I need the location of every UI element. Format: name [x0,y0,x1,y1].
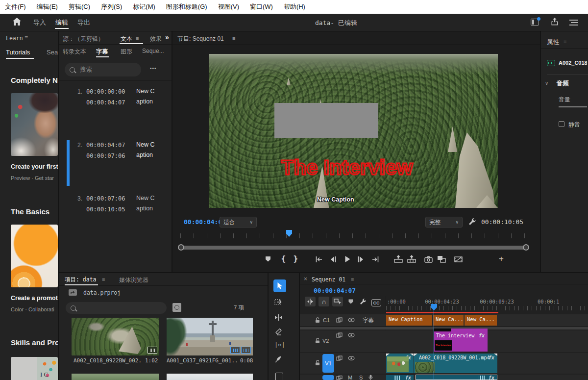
menu-file[interactable]: 文件(F) [5,2,26,11]
learn-card1-title[interactable]: Create your first [11,163,58,170]
step-forward-icon[interactable] [358,256,364,263]
project-menu-icon[interactable]: ≡ [102,277,105,282]
learn-card2-title[interactable]: Create a promot [11,295,58,302]
project-clip-thumbnail-2[interactable] [167,318,253,355]
learn-tab-tutorials[interactable]: Tutorials [6,49,30,56]
step-back-icon[interactable] [330,256,336,263]
project-clip-name-1[interactable]: A002_C018_0922BW_002... [74,357,142,364]
insert-overwrite-icon[interactable] [437,255,446,263]
menu-sequence[interactable]: 序列(S) [101,2,122,11]
track-select-forward-tool[interactable] [274,299,283,306]
monitor-time-ruler[interactable] [180,233,527,238]
menu-view[interactable]: 视图(V) [218,2,239,11]
lift-icon[interactable] [394,255,403,263]
timeline-current-timecode[interactable]: 00:00:04:07 [314,287,356,294]
learn-panel-menu-icon[interactable]: ≡ [24,34,28,41]
tab-edit[interactable]: 编辑 [55,18,68,27]
caption-clip-2[interactable]: New Ca... [433,315,464,326]
export-frame-camera-icon[interactable] [424,256,433,263]
track-button-a1[interactable] [322,375,334,380]
caption-text[interactable]: New Caption [136,140,158,160]
scrollbar-handle-right[interactable] [523,244,529,251]
learn-card1-image[interactable] [11,93,58,156]
menu-help[interactable]: 帮助(H) [284,2,305,11]
tab-import[interactable]: 导入 [33,18,46,27]
tab-project[interactable]: 项目: data [65,276,97,283]
monitor-scrollbar[interactable] [180,246,527,250]
close-icon[interactable]: × [304,276,307,282]
track-button-v1[interactable]: V1 [322,354,334,373]
add-marker-icon[interactable] [265,255,271,262]
mic-icon[interactable] [368,375,373,380]
add-button-editor-icon[interactable]: + [499,254,504,264]
extract-icon[interactable] [407,255,416,263]
nest-sequence-icon[interactable] [305,297,316,306]
overlay-title-text[interactable]: The Interview [276,156,418,179]
mark-in-icon[interactable]: { [281,254,286,263]
slip-tool[interactable]: |↔| [274,341,285,348]
overlay-caption-text[interactable]: New Caption [317,196,354,203]
timeline-playhead-line[interactable] [434,309,434,380]
selection-tool[interactable] [273,279,286,292]
video-clip-2[interactable]: A002_C018_0922BW_001.mp4 fx [414,354,497,373]
track-label-v2[interactable]: V2 [322,338,329,344]
timeline-settings-wrench-icon[interactable] [360,298,367,305]
caption-clip-3[interactable]: New Ca... [465,315,497,326]
track-visibility-eye-icon[interactable] [348,318,355,322]
track-visibility-eye-icon[interactable] [348,333,355,337]
program-video-frame[interactable]: The Interview New Caption [209,54,498,208]
tab-text[interactable]: 文本 [121,35,132,43]
timeline-marker-icon[interactable] [348,299,354,304]
lock-icon[interactable] [315,360,320,366]
monitor-menu-icon[interactable]: ≡ [232,35,235,41]
track-label-c1[interactable]: C1 [323,317,330,323]
subtab-transcript[interactable]: 转录文本 [63,48,86,56]
workspace-menu-icon[interactable] [569,20,578,25]
caption-search-input[interactable] [79,66,136,74]
export-share-icon[interactable] [551,18,559,26]
rectangle-tool[interactable] [275,373,283,380]
pen-tool[interactable] [275,355,282,363]
caption-text[interactable]: New Caption [136,86,158,107]
go-to-out-icon[interactable] [371,256,379,263]
tab-effects[interactable]: 效果 [150,35,162,43]
learn-card2-image[interactable] [11,225,58,287]
monitor-settings-wrench-icon[interactable] [468,218,476,226]
subtab-sequence[interactable]: Seque... [142,48,164,54]
scrollbar-handle-left[interactable] [178,244,184,251]
volume-slider[interactable] [559,106,587,107]
menu-clip[interactable]: 剪辑(C) [69,2,90,11]
razor-tool[interactable] [275,328,282,335]
caption-clip-1[interactable]: New Caption [386,315,432,326]
project-clip-name-2[interactable]: A001_C037_0921FG_001... [167,357,238,364]
subtab-graphics[interactable]: 图形 [121,48,132,56]
captions-cc-icon[interactable]: CC [371,299,381,306]
more-options-button[interactable]: ••• [150,66,157,71]
snap-magnet-icon[interactable]: ∩ [318,297,329,306]
track-mute-button[interactable]: M [348,375,352,380]
play-icon[interactable] [344,255,350,263]
timeline-tab-label[interactable]: Sequenz 01 [312,276,345,283]
playback-quality-select[interactable]: 完整 ∨ [425,217,463,228]
menu-markers[interactable]: 标记(M) [133,2,155,11]
caption-text[interactable]: New Caption [136,193,158,214]
home-icon[interactable] [13,18,21,25]
lock-icon[interactable] [315,338,320,344]
sync-lock-icon[interactable] [336,376,343,380]
track-visibility-eye-icon[interactable] [348,356,355,360]
sync-lock-icon[interactable] [336,317,343,323]
comparison-view-icon[interactable] [454,256,463,263]
audio-clip-1[interactable]: fx [386,375,414,380]
section-collapse-icon[interactable]: ∨ [545,80,548,86]
properties-menu-icon[interactable]: ≡ [564,39,566,45]
menu-window[interactable]: 窗口(W) [250,2,273,11]
ripple-edit-tool[interactable] [274,314,283,321]
search-bin-icon[interactable] [172,303,181,312]
learn-tab-search[interactable]: Sear [47,49,58,56]
text-panel-menu-icon[interactable]: ≡ [136,35,139,41]
audio-clip-2-selected[interactable]: fx [416,375,497,380]
project-clip-thumbnail-3[interactable] [72,374,159,380]
menu-edit[interactable]: 编辑(E) [37,2,58,11]
track-solo-button[interactable]: S [359,375,363,380]
project-search-input[interactable] [80,304,162,312]
